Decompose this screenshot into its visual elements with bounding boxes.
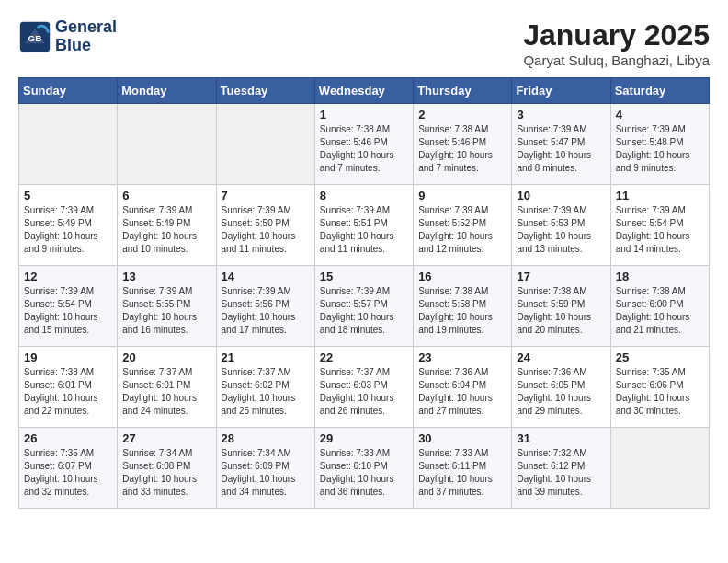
logo-text: General Blue xyxy=(55,18,117,55)
day-cell: 8Sunrise: 7:39 AM Sunset: 5:51 PM Daylig… xyxy=(314,185,413,266)
day-info: Sunrise: 7:39 AM Sunset: 5:55 PM Dayligh… xyxy=(122,285,210,337)
day-number: 31 xyxy=(517,431,605,445)
day-info: Sunrise: 7:35 AM Sunset: 6:06 PM Dayligh… xyxy=(616,366,704,418)
day-info: Sunrise: 7:36 AM Sunset: 6:04 PM Dayligh… xyxy=(418,366,506,418)
day-cell: 6Sunrise: 7:39 AM Sunset: 5:49 PM Daylig… xyxy=(118,185,216,266)
day-cell: 16Sunrise: 7:38 AM Sunset: 5:58 PM Dayli… xyxy=(414,266,512,347)
day-info: Sunrise: 7:39 AM Sunset: 5:49 PM Dayligh… xyxy=(24,204,112,256)
day-info: Sunrise: 7:38 AM Sunset: 5:58 PM Dayligh… xyxy=(418,285,506,337)
week-row-1: 1Sunrise: 7:38 AM Sunset: 5:46 PM Daylig… xyxy=(19,104,710,185)
day-number: 18 xyxy=(616,270,704,283)
day-info: Sunrise: 7:32 AM Sunset: 6:12 PM Dayligh… xyxy=(517,447,605,499)
header-tuesday: Tuesday xyxy=(216,78,314,104)
day-info: Sunrise: 7:39 AM Sunset: 5:57 PM Dayligh… xyxy=(320,285,408,337)
day-info: Sunrise: 7:37 AM Sunset: 6:01 PM Dayligh… xyxy=(122,366,210,418)
svg-text:GB: GB xyxy=(28,32,42,42)
day-cell: 12Sunrise: 7:39 AM Sunset: 5:54 PM Dayli… xyxy=(19,266,118,347)
day-number: 21 xyxy=(222,350,310,364)
day-cell: 2Sunrise: 7:38 AM Sunset: 5:46 PM Daylig… xyxy=(414,104,512,185)
day-cell xyxy=(216,104,314,185)
day-info: Sunrise: 7:34 AM Sunset: 6:08 PM Dayligh… xyxy=(122,447,210,499)
day-info: Sunrise: 7:39 AM Sunset: 5:56 PM Dayligh… xyxy=(222,285,310,337)
day-cell: 4Sunrise: 7:39 AM Sunset: 5:48 PM Daylig… xyxy=(610,104,709,185)
day-info: Sunrise: 7:39 AM Sunset: 5:53 PM Dayligh… xyxy=(517,204,605,256)
day-info: Sunrise: 7:39 AM Sunset: 5:51 PM Dayligh… xyxy=(320,204,408,256)
header-saturday: Saturday xyxy=(610,78,709,104)
day-cell: 19Sunrise: 7:38 AM Sunset: 6:01 PM Dayli… xyxy=(19,347,118,428)
day-number: 9 xyxy=(418,189,506,202)
day-info: Sunrise: 7:33 AM Sunset: 6:10 PM Dayligh… xyxy=(320,447,408,499)
day-info: Sunrise: 7:39 AM Sunset: 5:47 PM Dayligh… xyxy=(517,123,605,175)
day-info: Sunrise: 7:35 AM Sunset: 6:07 PM Dayligh… xyxy=(24,447,112,499)
day-number: 11 xyxy=(616,189,704,202)
day-cell: 11Sunrise: 7:39 AM Sunset: 5:54 PM Dayli… xyxy=(610,185,709,266)
day-number: 30 xyxy=(418,431,506,445)
day-number: 20 xyxy=(122,350,210,364)
day-info: Sunrise: 7:39 AM Sunset: 5:54 PM Dayligh… xyxy=(24,285,112,337)
day-number: 7 xyxy=(222,189,310,202)
day-cell: 17Sunrise: 7:38 AM Sunset: 5:59 PM Dayli… xyxy=(512,266,610,347)
day-number: 8 xyxy=(320,189,408,202)
logo-name-line2: Blue xyxy=(55,36,91,54)
day-info: Sunrise: 7:38 AM Sunset: 5:46 PM Dayligh… xyxy=(320,123,408,175)
calendar-subtitle: Qaryat Suluq, Banghazi, Libya xyxy=(523,52,710,68)
day-info: Sunrise: 7:39 AM Sunset: 5:49 PM Dayligh… xyxy=(122,204,210,256)
day-cell: 20Sunrise: 7:37 AM Sunset: 6:01 PM Dayli… xyxy=(118,347,216,428)
day-cell: 7Sunrise: 7:39 AM Sunset: 5:50 PM Daylig… xyxy=(216,185,314,266)
day-cell xyxy=(118,104,216,185)
day-number: 4 xyxy=(616,108,704,121)
day-cell: 13Sunrise: 7:39 AM Sunset: 5:55 PM Dayli… xyxy=(118,266,216,347)
day-number: 22 xyxy=(320,350,408,364)
day-cell: 23Sunrise: 7:36 AM Sunset: 6:04 PM Dayli… xyxy=(414,347,512,428)
day-number: 29 xyxy=(320,431,408,445)
day-cell: 28Sunrise: 7:34 AM Sunset: 6:09 PM Dayli… xyxy=(216,428,314,509)
day-info: Sunrise: 7:39 AM Sunset: 5:48 PM Dayligh… xyxy=(616,123,704,175)
day-info: Sunrise: 7:39 AM Sunset: 5:52 PM Dayligh… xyxy=(418,204,506,256)
day-cell: 5Sunrise: 7:39 AM Sunset: 5:49 PM Daylig… xyxy=(19,185,118,266)
day-number: 19 xyxy=(24,350,112,364)
day-cell xyxy=(610,428,709,509)
day-info: Sunrise: 7:37 AM Sunset: 6:02 PM Dayligh… xyxy=(222,366,310,418)
day-cell: 21Sunrise: 7:37 AM Sunset: 6:02 PM Dayli… xyxy=(216,347,314,428)
day-cell: 26Sunrise: 7:35 AM Sunset: 6:07 PM Dayli… xyxy=(19,428,118,509)
day-cell: 29Sunrise: 7:33 AM Sunset: 6:10 PM Dayli… xyxy=(314,428,413,509)
day-info: Sunrise: 7:38 AM Sunset: 5:59 PM Dayligh… xyxy=(517,285,605,337)
page-header: GB General Blue January 2025 Qaryat Sulu… xyxy=(18,18,710,68)
day-number: 1 xyxy=(320,108,408,121)
day-cell: 1Sunrise: 7:38 AM Sunset: 5:46 PM Daylig… xyxy=(314,104,413,185)
day-number: 24 xyxy=(517,350,605,364)
day-number: 2 xyxy=(418,108,506,121)
day-cell: 10Sunrise: 7:39 AM Sunset: 5:53 PM Dayli… xyxy=(512,185,610,266)
day-info: Sunrise: 7:36 AM Sunset: 6:05 PM Dayligh… xyxy=(517,366,605,418)
day-cell: 3Sunrise: 7:39 AM Sunset: 5:47 PM Daylig… xyxy=(512,104,610,185)
day-number: 15 xyxy=(320,270,408,283)
logo: GB General Blue xyxy=(18,18,117,55)
header-thursday: Thursday xyxy=(414,78,512,104)
day-cell: 31Sunrise: 7:32 AM Sunset: 6:12 PM Dayli… xyxy=(512,428,610,509)
day-number: 3 xyxy=(517,108,605,121)
day-number: 12 xyxy=(24,270,112,283)
week-row-5: 26Sunrise: 7:35 AM Sunset: 6:07 PM Dayli… xyxy=(19,428,710,509)
day-number: 6 xyxy=(122,189,210,202)
week-row-3: 12Sunrise: 7:39 AM Sunset: 5:54 PM Dayli… xyxy=(19,266,710,347)
header-sunday: Sunday xyxy=(19,78,118,104)
header-wednesday: Wednesday xyxy=(314,78,413,104)
day-number: 26 xyxy=(24,431,112,445)
day-info: Sunrise: 7:38 AM Sunset: 6:00 PM Dayligh… xyxy=(616,285,704,337)
day-cell xyxy=(19,104,118,185)
day-cell: 9Sunrise: 7:39 AM Sunset: 5:52 PM Daylig… xyxy=(414,185,512,266)
day-number: 23 xyxy=(418,350,506,364)
day-info: Sunrise: 7:33 AM Sunset: 6:11 PM Dayligh… xyxy=(418,447,506,499)
calendar-title: January 2025 xyxy=(523,18,710,52)
day-cell: 25Sunrise: 7:35 AM Sunset: 6:06 PM Dayli… xyxy=(610,347,709,428)
day-number: 27 xyxy=(122,431,210,445)
logo-name-line1: General xyxy=(55,17,117,36)
day-cell: 14Sunrise: 7:39 AM Sunset: 5:56 PM Dayli… xyxy=(216,266,314,347)
title-block: January 2025 Qaryat Suluq, Banghazi, Lib… xyxy=(523,18,710,68)
day-cell: 24Sunrise: 7:36 AM Sunset: 6:05 PM Dayli… xyxy=(512,347,610,428)
day-info: Sunrise: 7:39 AM Sunset: 5:50 PM Dayligh… xyxy=(222,204,310,256)
day-number: 14 xyxy=(222,270,310,283)
day-number: 5 xyxy=(24,189,112,202)
day-info: Sunrise: 7:37 AM Sunset: 6:03 PM Dayligh… xyxy=(320,366,408,418)
calendar-header-row: SundayMondayTuesdayWednesdayThursdayFrid… xyxy=(19,78,710,104)
